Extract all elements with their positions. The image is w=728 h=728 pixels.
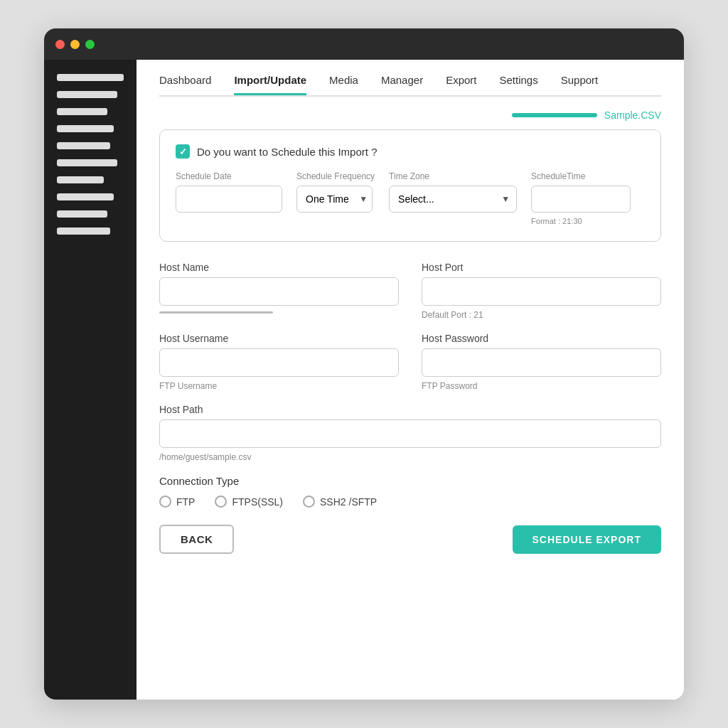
schedule-checkbox[interactable] — [176, 144, 190, 159]
maximize-button[interactable] — [85, 40, 95, 49]
sidebar-item[interactable] — [57, 91, 117, 98]
conn-option-ftps-label: FTPS(SSL) — [232, 496, 283, 508]
frequency-select-wrap[interactable]: One Time Daily Weekly Monthly ▼ — [296, 186, 375, 213]
connection-type-label: Connection Type — [159, 475, 661, 487]
host-path-row: Host Path /home/guest/sample.csv — [159, 404, 661, 462]
schedule-frequency-label: Schedule Frequency — [296, 171, 375, 181]
host-password-col: Host Password FTP Password — [422, 333, 661, 391]
connection-options: FTP FTPS(SSL) SSH2 /SFTP — [159, 496, 661, 508]
timezone-select[interactable]: Select... UTC EST CST PST IST — [389, 186, 517, 213]
tab-export[interactable]: Export — [446, 74, 476, 95]
schedule-fields: Schedule Date 📅 Schedule Frequency One T… — [176, 171, 645, 225]
conn-option-ftp-label: FTP — [176, 496, 195, 508]
close-button[interactable] — [55, 40, 65, 49]
schedule-time-group: ScheduleTime Format : 21:30 — [531, 171, 631, 225]
nav-tabs: Dashboard Import/Update Media Manager Ex… — [159, 74, 661, 97]
tab-import-update[interactable]: Import/Update — [234, 74, 306, 95]
radio-ftps[interactable] — [215, 496, 227, 508]
sidebar-item[interactable] — [57, 193, 114, 200]
host-port-label: Host Port — [422, 262, 661, 273]
host-name-input[interactable] — [159, 277, 399, 306]
sidebar — [44, 60, 136, 700]
schedule-question: Do you want to Schedule this Import ? — [197, 146, 377, 158]
schedule-card: Do you want to Schedule this Import ? Sc… — [159, 129, 661, 242]
host-port-input[interactable] — [422, 277, 661, 306]
host-path-label: Host Path — [159, 404, 661, 415]
schedule-header: Do you want to Schedule this Import ? — [176, 144, 645, 159]
schedule-date-group: Schedule Date 📅 — [176, 171, 282, 213]
host-password-hint: FTP Password — [422, 381, 661, 391]
host-path-col: Host Path /home/guest/sample.csv — [159, 404, 661, 462]
sidebar-item[interactable] — [57, 228, 110, 235]
conn-option-ssh2[interactable]: SSH2 /SFTP — [303, 496, 377, 508]
minimize-button[interactable] — [70, 40, 80, 49]
conn-option-ssh2-label: SSH2 /SFTP — [320, 496, 377, 508]
schedule-frequency-group: Schedule Frequency One Time Daily Weekly… — [296, 171, 375, 213]
main-content: Dashboard Import/Update Media Manager Ex… — [136, 60, 684, 700]
sidebar-item[interactable] — [57, 159, 117, 166]
sidebar-item[interactable] — [57, 176, 104, 183]
host-username-password-row: Host Username FTP Username Host Password… — [159, 333, 661, 391]
host-name-col: Host Name — [159, 262, 399, 320]
title-bar — [44, 28, 684, 60]
app-window: Dashboard Import/Update Media Manager Ex… — [44, 28, 684, 700]
sidebar-item[interactable] — [57, 142, 110, 149]
tab-manager[interactable]: Manager — [381, 74, 423, 95]
schedule-time-label: ScheduleTime — [531, 171, 631, 181]
time-format-hint: Format : 21:30 — [531, 217, 631, 225]
host-name-port-row: Host Name Host Port Default Port : 21 — [159, 262, 661, 320]
tab-settings[interactable]: Settings — [499, 74, 537, 95]
window-body: Dashboard Import/Update Media Manager Ex… — [44, 60, 684, 700]
connection-type-section: Connection Type FTP FTPS(SSL) SSH2 /SFTP — [159, 475, 661, 508]
tab-dashboard[interactable]: Dashboard — [159, 74, 211, 95]
timezone-label: Time Zone — [389, 171, 517, 181]
host-password-input[interactable] — [422, 348, 661, 377]
date-input-wrap[interactable]: 📅 — [176, 186, 282, 213]
host-password-label: Host Password — [422, 333, 661, 344]
sidebar-item[interactable] — [57, 108, 107, 115]
file-name: Sample.CSV — [604, 109, 661, 121]
tab-support[interactable]: Support — [561, 74, 599, 95]
sidebar-item[interactable] — [57, 210, 107, 218]
host-username-input[interactable] — [159, 348, 399, 377]
host-name-label: Host Name — [159, 262, 399, 273]
schedule-date-label: Schedule Date — [176, 171, 282, 181]
tab-media[interactable]: Media — [329, 74, 358, 95]
host-username-hint: FTP Username — [159, 381, 399, 391]
timezone-select-wrap[interactable]: Select... UTC EST CST PST IST ▼ — [389, 186, 517, 213]
host-path-hint: /home/guest/sample.csv — [159, 452, 661, 462]
conn-option-ftps[interactable]: FTPS(SSL) — [215, 496, 283, 508]
file-indicator — [512, 113, 597, 117]
timezone-group: Time Zone Select... UTC EST CST PST IST … — [389, 171, 517, 213]
file-bar: Sample.CSV — [159, 109, 661, 121]
sidebar-item[interactable] — [57, 125, 114, 132]
form-footer: BACK SCHEDULE EXPORT — [159, 525, 661, 554]
conn-option-ftp[interactable]: FTP — [159, 496, 195, 508]
host-username-col: Host Username FTP Username — [159, 333, 399, 391]
frequency-select[interactable]: One Time Daily Weekly Monthly — [296, 186, 373, 213]
host-port-hint: Default Port : 21 — [422, 310, 661, 320]
radio-ftp[interactable] — [159, 496, 171, 508]
host-path-input[interactable] — [159, 419, 661, 448]
host-username-label: Host Username — [159, 333, 399, 344]
schedule-time-input[interactable] — [531, 186, 631, 213]
radio-ssh2[interactable] — [303, 496, 315, 508]
date-input[interactable] — [183, 193, 308, 205]
host-name-underline — [159, 311, 273, 314]
sidebar-item[interactable] — [57, 74, 124, 81]
back-button[interactable]: BACK — [159, 525, 234, 554]
schedule-export-button[interactable]: SCHEDULE EXPORT — [513, 525, 661, 554]
host-port-col: Host Port Default Port : 21 — [422, 262, 661, 320]
